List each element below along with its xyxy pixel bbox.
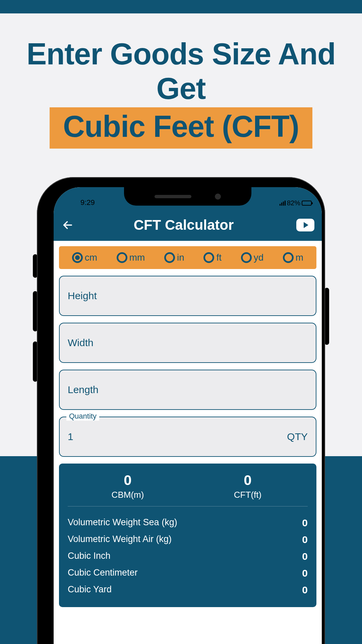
result-value: 0 — [302, 551, 308, 562]
cbm-result: 0 CBM(m) — [68, 472, 188, 500]
radio-icon — [72, 252, 83, 263]
results-panel: 0 CBM(m) 0 CFT(ft) Volumetric Weight Sea… — [59, 464, 316, 607]
length-input[interactable]: Length — [59, 370, 316, 410]
radio-icon — [283, 252, 294, 263]
result-label: Volumetric Weight Air (kg) — [68, 534, 172, 545]
cbm-label: CBM(m) — [68, 490, 188, 500]
results-summary: 0 CBM(m) 0 CFT(ft) — [68, 472, 308, 506]
quantity-legend: Quantity — [66, 412, 99, 421]
app-header: CFT Calculator — [54, 209, 322, 241]
quantity-value: 1 — [68, 431, 73, 442]
unit-option-m[interactable]: m — [283, 252, 303, 263]
promo-headline: Enter Goods Size And Get Cubic Feet (CFT… — [0, 37, 362, 149]
result-value: 0 — [302, 534, 308, 545]
quantity-field-wrap: Quantity 1 QTY — [59, 417, 316, 457]
status-battery: 82% — [280, 199, 312, 207]
result-row: Cubic Centimeter 0 — [68, 565, 308, 582]
cft-label: CFT(ft) — [188, 490, 308, 500]
radio-icon — [164, 252, 175, 263]
unit-option-cm[interactable]: cm — [72, 252, 97, 263]
app-content: cm mm in ft — [54, 241, 322, 607]
result-value: 0 — [302, 584, 308, 596]
result-label: Cubic Centimeter — [68, 568, 138, 579]
result-label: Volumetric Weight Sea (kg) — [68, 517, 177, 529]
cbm-value: 0 — [68, 472, 188, 488]
unit-option-ft[interactable]: ft — [203, 252, 222, 263]
result-label: Cubic Yard — [68, 584, 112, 596]
input-placeholder: Height — [68, 290, 97, 302]
svg-rect-0 — [280, 204, 281, 206]
headline-line2: Cubic Feet (CFT) — [50, 107, 312, 149]
status-time: 9:29 — [80, 198, 95, 207]
width-input[interactable]: Width — [59, 323, 316, 363]
unit-option-in[interactable]: in — [164, 252, 184, 263]
result-row: Volumetric Weight Air (kg) 0 — [68, 531, 308, 548]
promo-top-bar — [0, 0, 362, 13]
unit-option-yd[interactable]: yd — [241, 252, 264, 263]
phone-notch — [124, 187, 251, 206]
unit-label: in — [177, 252, 184, 263]
unit-label: yd — [254, 252, 264, 263]
unit-option-mm[interactable]: mm — [117, 252, 145, 263]
radio-icon — [117, 252, 127, 263]
result-row: Cubic Inch 0 — [68, 548, 308, 565]
quantity-suffix: QTY — [287, 431, 308, 442]
result-value: 0 — [302, 517, 308, 529]
cft-value: 0 — [188, 472, 308, 488]
unit-label: cm — [85, 252, 97, 263]
radio-icon — [203, 252, 214, 263]
signal-icon — [280, 201, 286, 206]
result-label: Cubic Inch — [68, 551, 111, 562]
battery-icon — [302, 201, 312, 206]
phone-screen: 9:29 82% CFT Calculator cm — [54, 187, 322, 644]
result-value: 0 — [302, 568, 308, 579]
cft-result: 0 CFT(ft) — [188, 472, 308, 500]
unit-label: m — [296, 252, 303, 263]
unit-label: ft — [216, 252, 222, 263]
unit-selector: cm mm in ft — [59, 246, 316, 269]
input-placeholder: Length — [68, 384, 99, 395]
phone-body: 9:29 82% CFT Calculator cm — [37, 177, 325, 644]
quantity-input[interactable]: 1 QTY — [59, 417, 316, 457]
result-row: Cubic Yard 0 — [68, 582, 308, 598]
input-placeholder: Width — [68, 337, 94, 348]
height-input[interactable]: Height — [59, 276, 316, 316]
svg-rect-2 — [283, 202, 284, 206]
svg-rect-1 — [281, 203, 282, 206]
battery-pct: 82% — [287, 199, 300, 207]
app-title: CFT Calculator — [71, 217, 296, 233]
result-row: Volumetric Weight Sea (kg) 0 — [68, 515, 308, 531]
unit-label: mm — [129, 252, 145, 263]
radio-icon — [241, 252, 252, 263]
video-help-button[interactable] — [296, 219, 314, 231]
phone-mockup: 9:29 82% CFT Calculator cm — [30, 177, 332, 644]
phone-side-button — [324, 288, 329, 345]
headline-line1: Enter Goods Size And Get — [0, 37, 362, 106]
svg-rect-3 — [285, 201, 286, 206]
